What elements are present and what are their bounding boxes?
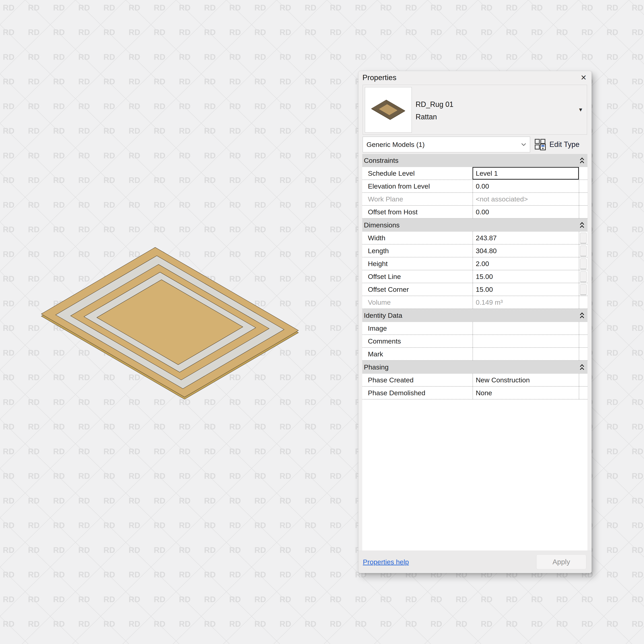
associate-param-column xyxy=(579,193,587,205)
property-value-text: 304.80 xyxy=(473,247,497,255)
property-label: Offset Corner xyxy=(362,283,473,296)
property-label: Length xyxy=(362,245,473,257)
property-value-text: 2.00 xyxy=(473,260,489,268)
property-row-phase-demolished: Phase DemolishedNone xyxy=(362,387,587,399)
property-value-text: <not associated> xyxy=(473,195,528,203)
property-value[interactable] xyxy=(473,322,579,334)
associate-parameter-button[interactable] xyxy=(580,271,587,282)
property-row-comments: Comments xyxy=(362,335,587,348)
type-preview-box: RD_Rug 01 Rattan ▼ xyxy=(363,85,587,135)
property-value[interactable]: 0.00 xyxy=(473,180,579,192)
property-value-text: 15.00 xyxy=(473,286,493,293)
section-header-constraints[interactable]: Constraints xyxy=(362,154,587,167)
property-value: 0.149 m³ xyxy=(473,296,579,309)
property-row-offset-corner: Offset Corner15.00 xyxy=(362,283,587,296)
property-label: Comments xyxy=(362,335,473,347)
associate-param-column xyxy=(579,335,587,347)
apply-button[interactable]: Apply xyxy=(536,554,586,569)
properties-panel: Properties ✕ RD_Rug 01 Rattan ▼ Generic … xyxy=(358,71,592,573)
property-value[interactable]: None xyxy=(473,387,579,399)
associate-param-column xyxy=(579,270,587,283)
property-label: Offset Line xyxy=(362,270,473,283)
panel-title-bar: Properties ✕ xyxy=(358,71,591,84)
property-row-phase-created: Phase CreatedNew Construction xyxy=(362,374,587,387)
property-label: Elevation from Level xyxy=(362,180,473,192)
property-value[interactable]: 0.00 xyxy=(473,206,579,218)
edit-type-label: Edit Type xyxy=(549,140,579,149)
property-row-schedule-level: Schedule LevelLevel 1 xyxy=(362,167,587,180)
property-value[interactable]: 15.00 xyxy=(473,270,579,283)
edit-type-icon xyxy=(535,139,546,150)
property-value[interactable]: 243.87 xyxy=(473,232,579,244)
property-row-work-plane: Work Plane<not associated> xyxy=(362,193,587,206)
property-label: Height xyxy=(362,257,473,270)
property-value[interactable] xyxy=(473,348,579,360)
edit-type-button[interactable]: Edit Type xyxy=(535,139,579,150)
section-title: Identity Data xyxy=(364,312,402,319)
close-icon[interactable]: ✕ xyxy=(581,74,587,81)
type-name: Rattan xyxy=(416,111,453,123)
collapse-section-icon[interactable] xyxy=(579,364,585,371)
property-value-text: 0.149 m³ xyxy=(473,298,503,306)
associate-parameter-button[interactable] xyxy=(580,246,587,256)
associate-param-column xyxy=(579,167,587,180)
property-value-text: 243.87 xyxy=(473,234,497,242)
property-value: <not associated> xyxy=(473,193,579,205)
property-value[interactable]: New Construction xyxy=(473,374,579,386)
properties-help-link[interactable]: Properties help xyxy=(363,558,409,566)
associate-parameter-button[interactable] xyxy=(580,258,587,269)
section-title: Dimensions xyxy=(364,221,400,229)
collapse-section-icon[interactable] xyxy=(579,157,585,164)
collapse-section-icon[interactable] xyxy=(579,312,585,319)
property-value[interactable]: 304.80 xyxy=(473,245,579,257)
property-label: Phase Demolished xyxy=(362,387,473,399)
section-title: Phasing xyxy=(364,363,389,371)
associate-param-column xyxy=(579,283,587,296)
property-value-text: New Construction xyxy=(473,376,530,384)
section-header-identity-data[interactable]: Identity Data xyxy=(362,309,587,322)
panel-title: Properties xyxy=(362,73,396,82)
property-label: Width xyxy=(362,232,473,244)
associate-param-column xyxy=(579,348,587,360)
property-value-text: None xyxy=(473,389,492,397)
property-value-text: 0.00 xyxy=(473,208,489,216)
property-label: Image xyxy=(362,322,473,334)
property-value[interactable]: Level 1 xyxy=(473,167,579,180)
property-label: Work Plane xyxy=(362,193,473,205)
property-row-image: Image xyxy=(362,322,587,335)
property-label: Offset from Host xyxy=(362,206,473,218)
property-row-offset-line: Offset Line15.00 xyxy=(362,270,587,283)
chevron-down-icon xyxy=(521,143,526,146)
associate-param-column xyxy=(579,206,587,218)
property-row-length: Length304.80 xyxy=(362,245,587,257)
associate-param-column xyxy=(579,296,587,309)
section-header-phasing[interactable]: Phasing xyxy=(362,361,587,374)
associate-param-column xyxy=(579,374,587,386)
family-type-names: RD_Rug 01 Rattan xyxy=(416,98,453,123)
rug-3d-model xyxy=(41,247,298,399)
property-value[interactable] xyxy=(473,335,579,347)
property-label: Mark xyxy=(362,348,473,360)
type-selector-row: Generic Models (1) Edit Type xyxy=(363,137,587,152)
property-row-offset-from-host: Offset from Host0.00 xyxy=(362,206,587,219)
property-label: Phase Created xyxy=(362,374,473,386)
property-row-width: Width243.87 xyxy=(362,232,587,245)
section-header-dimensions[interactable]: Dimensions xyxy=(362,219,587,232)
property-label: Schedule Level xyxy=(362,167,473,180)
associate-param-column xyxy=(579,232,587,244)
associate-param-column xyxy=(579,387,587,399)
associate-parameter-button[interactable] xyxy=(580,284,587,295)
property-row-volume: Volume0.149 m³ xyxy=(362,296,587,309)
property-row-height: Height2.00 xyxy=(362,257,587,270)
family-name: RD_Rug 01 xyxy=(416,98,453,111)
rug-thumbnail-image xyxy=(365,87,412,132)
type-thumbnail xyxy=(365,87,412,133)
selector-dropdown-icon[interactable]: ▼ xyxy=(578,107,583,113)
collapse-section-icon[interactable] xyxy=(579,222,585,229)
type-selector-dropdown[interactable]: Generic Models (1) xyxy=(363,137,530,152)
panel-footer: Properties help Apply xyxy=(358,551,591,573)
property-value[interactable]: 2.00 xyxy=(473,257,579,270)
associate-parameter-button[interactable] xyxy=(580,233,587,243)
property-value[interactable]: 15.00 xyxy=(473,283,579,296)
type-selector-value: Generic Models (1) xyxy=(366,141,425,149)
